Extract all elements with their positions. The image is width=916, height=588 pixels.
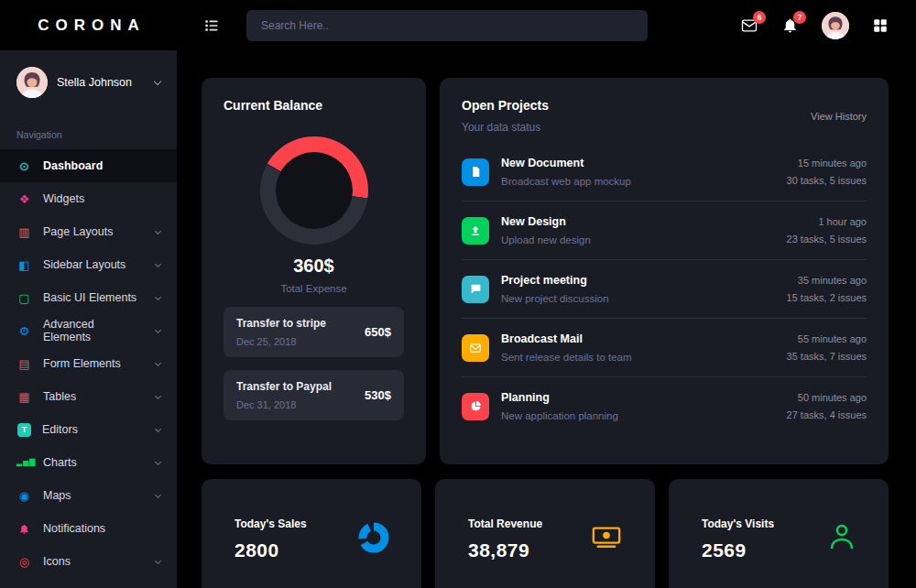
sidebar-item-page-layouts[interactable]: ▥ Page Layouts — [0, 215, 177, 248]
sidebar-item-sidebar-layouts[interactable]: ◧ Sidebar Layouts — [0, 248, 177, 281]
icons-icon: ◎ — [16, 556, 32, 568]
todays-visits-card: Today's Visits 2569 — [669, 479, 889, 588]
sidebar-item-label: Icons — [43, 555, 71, 568]
notifications-badge: 7 — [793, 11, 806, 24]
chevron-down-icon — [155, 392, 161, 398]
chevron-down-icon — [155, 425, 161, 431]
chevron-down-icon — [155, 227, 161, 234]
advanced-elements-icon: ⚙ — [16, 325, 32, 337]
chevron-down-icon — [155, 458, 161, 464]
upload-icon — [462, 217, 489, 245]
sidebar-item-label: Editors — [42, 423, 78, 436]
transfer-title: Transfer to stripe — [236, 317, 326, 330]
navbar-actions: 6 7 — [740, 12, 889, 39]
sidebar-item-label: Charts — [43, 456, 77, 469]
project-desc: New application planning — [501, 410, 618, 421]
project-meta: 27 tasks, 4 issues — [787, 409, 867, 420]
stat-value: 2800 — [234, 539, 307, 561]
project-title: New Design — [501, 215, 591, 228]
chevron-down-icon — [155, 491, 161, 497]
project-desc: Broadcast web app mockup — [501, 176, 631, 187]
chevron-down-icon — [155, 557, 161, 563]
project-desc: Sent release details to team — [501, 352, 632, 363]
transfer-list-item: Transfer to stripe Dec 25, 2018 650$ — [224, 307, 404, 357]
sidebar-item-label: Advanced Elements — [43, 318, 145, 343]
mail-badge: 6 — [753, 11, 766, 24]
top-navbar: 6 7 — [177, 0, 916, 50]
dashboard-icon: ⊙ — [16, 160, 32, 172]
envelope-icon — [462, 334, 489, 362]
brand-logo[interactable]: CORONA — [0, 0, 177, 50]
chevron-down-icon — [155, 359, 161, 365]
stat-label: Total Revenue — [468, 517, 542, 530]
sidebar-layouts-icon: ◧ — [16, 259, 32, 271]
view-history-link[interactable]: View History — [811, 111, 867, 122]
cash-icon — [589, 521, 624, 552]
project-meta: 15 tasks, 2 issues — [787, 292, 867, 303]
tables-icon: ▦ — [16, 391, 32, 403]
sidebar-item-advanced-elements[interactable]: ⚙ Advanced Elements — [0, 314, 177, 347]
total-revenue-card: Total Revenue 38,879 — [435, 479, 655, 588]
main-area: 6 7 — [177, 0, 916, 588]
chevron-down-icon — [154, 77, 161, 84]
transfer-list-item: Transfer to Paypal Dec 31, 2018 530$ — [224, 370, 404, 420]
sidebar-item-editors[interactable]: T Editors — [0, 413, 177, 446]
sidebar-item-tables[interactable]: ▦ Tables — [0, 380, 177, 413]
sidebar-menu: ⊙ Dashboard ❖ Widgets ▥ Page Layouts ◧ S… — [0, 149, 177, 588]
project-meta: 35 tasks, 7 issues — [787, 351, 867, 362]
project-time: 50 minutes ago — [787, 392, 867, 403]
project-meta: 30 tasks, 5 issues — [787, 175, 867, 186]
sidebar-item-label: Page Layouts — [43, 225, 113, 238]
notifications-button[interactable]: 7 — [781, 16, 799, 34]
notifications-icon — [16, 523, 32, 535]
stat-value: 2569 — [702, 539, 774, 561]
current-balance-card: Current Balance 360$ Total Expense Trans… — [202, 78, 426, 464]
sidebar-item-icons[interactable]: ◎ Icons — [0, 545, 177, 578]
todays-sales-card: Today's Sales 2800 — [202, 479, 421, 588]
sidebar-item-label: Notifications — [43, 522, 105, 535]
project-title: Project meeting — [501, 274, 609, 287]
stat-label: Today's Visits — [702, 517, 774, 530]
project-title: New Document — [501, 157, 631, 169]
stat-label: Today's Sales — [234, 517, 307, 530]
project-title: Broadcast Mail — [501, 332, 632, 345]
charts-icon: ▂▅▇ — [16, 459, 32, 466]
project-time: 15 minutes ago — [787, 158, 867, 169]
card-title: Current Balance — [224, 98, 404, 113]
stat-value: 38,879 — [468, 539, 542, 561]
widgets-icon: ❖ — [16, 193, 32, 205]
user-avatar-button[interactable] — [822, 12, 849, 39]
profile-dropdown[interactable]: Stella Johnson — [0, 50, 177, 109]
project-row: Broadcast Mail Sent release details to t… — [462, 319, 867, 377]
sidebar-item-maps[interactable]: ◉ Maps — [0, 479, 177, 512]
transfer-date: Dec 25, 2018 — [236, 336, 326, 347]
project-desc: Upload new design — [501, 234, 591, 245]
sidebar-item-label: Maps — [43, 489, 71, 502]
transfer-title: Transfer to Paypal — [236, 380, 332, 393]
sidebar-item-label: Basic UI Elements — [43, 291, 136, 304]
page-content: Current Balance 360$ Total Expense Trans… — [177, 50, 916, 588]
project-row: Planning New application planning 50 min… — [462, 377, 867, 435]
project-row: New Design Upload new design 1 hour ago … — [462, 201, 867, 260]
top-cards-row: Current Balance 360$ Total Expense Trans… — [202, 78, 889, 464]
total-expense-amount: 360$ — [224, 256, 404, 277]
projects-subtitle: Your data status — [462, 121, 549, 134]
chevron-down-icon — [155, 326, 161, 332]
sidebar-item-dashboard[interactable]: ⊙ Dashboard — [0, 149, 177, 182]
file-icon — [462, 158, 489, 186]
sidebar-item-form-elements[interactable]: ▤ Form Elements — [0, 347, 177, 380]
apps-grid-button[interactable] — [872, 17, 889, 34]
sidebar-item-notifications[interactable]: Notifications — [0, 512, 177, 545]
sidebar-toggle-button[interactable] — [202, 16, 221, 35]
sidebar-item-widgets[interactable]: ❖ Widgets — [0, 182, 177, 215]
maps-icon: ◉ — [16, 490, 32, 502]
sidebar-item-basic-ui-elements[interactable]: ▢ Basic UI Elements — [0, 281, 177, 314]
sidebar-item-charts[interactable]: ▂▅▇ Charts — [0, 446, 177, 479]
mail-button[interactable]: 6 — [740, 16, 758, 35]
search-input[interactable] — [246, 10, 648, 41]
sidebar-item-label: Tables — [43, 390, 76, 403]
balance-donut-chart — [260, 136, 368, 245]
sidebar-section-label: Navigation — [0, 109, 177, 149]
project-time: 55 minutes ago — [787, 333, 867, 344]
project-title: Planning — [501, 391, 618, 404]
